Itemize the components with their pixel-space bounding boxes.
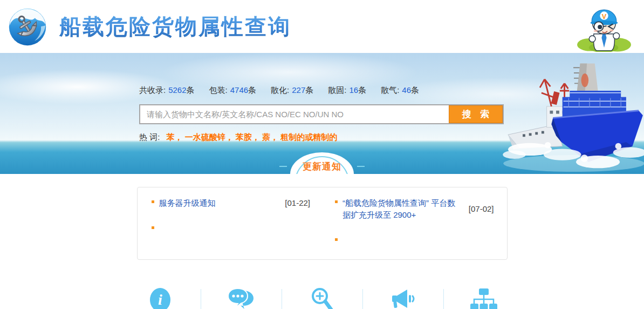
- notice-link[interactable]: “船载危险货物属性查询” 平台数据扩充升级至 2900+: [342, 198, 455, 219]
- notice-date: [01-22]: [285, 197, 310, 209]
- ribbon-semicircle: 更新通知: [290, 152, 354, 174]
- hot-word-link[interactable]: 萘: [262, 132, 278, 142]
- footer-item-request-submit[interactable]: 需求提交: [282, 287, 362, 309]
- stat-bulk-solid: 散固:16条: [328, 85, 366, 96]
- hot-word-link[interactable]: 苯: [167, 132, 183, 142]
- collection-stats: 共收录:5262条 包装:4746条 散化:227条 散固:16条 散气:46条: [139, 85, 504, 96]
- notice-link[interactable]: 服务器升级通知: [159, 198, 216, 207]
- feedback-icon: [227, 287, 255, 309]
- page: 船载危险货物属性查询 V: [0, 0, 644, 309]
- notice-item: “船载危险货物属性查询” 平台数据扩充升级至 2900+ [07-02]: [334, 197, 494, 221]
- magnifier-plus-icon: [310, 287, 334, 309]
- bullet-icon: [152, 200, 154, 203]
- footer-item-disclaimer[interactable]: 免责声明: [362, 287, 443, 309]
- bullet-icon: [335, 238, 338, 241]
- notice-item: 服务器升级通知 [01-22]: [150, 197, 311, 209]
- stat-bulk-gas: 散气:46条: [381, 85, 419, 96]
- search-input[interactable]: [140, 105, 449, 123]
- hot-words-label: 热 词:: [139, 132, 160, 142]
- engineer-mascot-icon: V: [577, 2, 631, 52]
- footer-item-feedback[interactable]: 意见反馈: [201, 287, 282, 309]
- stat-packaged: 包装:4746条: [209, 85, 257, 96]
- notice-item: [334, 235, 494, 244]
- search-button[interactable]: 搜 索: [449, 105, 503, 123]
- site-title: 船载危险货物属性查询: [59, 12, 291, 42]
- stat-total: 共收录:5262条: [139, 85, 195, 96]
- home-logo-link[interactable]: 船载危险货物属性查询: [8, 6, 291, 46]
- update-notice-ribbon: 更新通知: [290, 152, 354, 174]
- hot-word-link[interactable]: 一水硫酸锌: [185, 132, 234, 142]
- bullet-icon: [335, 200, 338, 203]
- notice-date: [07-02]: [469, 203, 494, 215]
- bullet-icon: [152, 226, 154, 229]
- hot-word-link[interactable]: 粗制的或精制的: [280, 132, 337, 142]
- anchor-wave-logo-icon: [8, 6, 47, 46]
- footer-item-platform-intro[interactable]: i 平台简介: [120, 287, 201, 309]
- hot-word-link[interactable]: 苯胺: [236, 132, 260, 142]
- hot-words-row: 热 词: 苯 一水硫酸锌 苯胺 萘 粗制的或精制的: [139, 132, 504, 143]
- info-icon: i: [148, 287, 172, 309]
- cargo-ship-illustration-icon: [501, 56, 644, 174]
- notice-box: 服务器升级通知 [01-22] “船载危险货物属性查询” 平台数据扩充升级至 2…: [137, 187, 508, 260]
- notice-item: [150, 223, 311, 232]
- stat-bulk-chemical: 散化:227条: [271, 85, 313, 96]
- megaphone-icon: [389, 287, 417, 309]
- sitemap-download-icon: [470, 287, 498, 309]
- footer-nav: i 平台简介 意见反馈: [0, 287, 644, 309]
- notice-column-left: 服务器升级通知 [01-22]: [139, 197, 323, 258]
- hero-banner: 共收录:5262条 包装:4746条 散化:227条 散固:16条 散气:46条…: [0, 53, 644, 174]
- ribbon-label: 更新通知: [290, 160, 354, 173]
- header: 船载危险货物属性查询 V: [0, 0, 644, 53]
- footer-item-download[interactable]: 资料下载: [443, 287, 524, 309]
- svg-text:i: i: [158, 291, 162, 308]
- svg-text:V: V: [602, 12, 607, 21]
- hero-content: 共收录:5262条 包装:4746条 散化:227条 散固:16条 散气:46条…: [139, 85, 504, 143]
- notice-column-right: “船载危险货物属性查询” 平台数据扩充升级至 2900+ [07-02]: [322, 197, 506, 258]
- search-bar: 搜 索: [139, 104, 504, 124]
